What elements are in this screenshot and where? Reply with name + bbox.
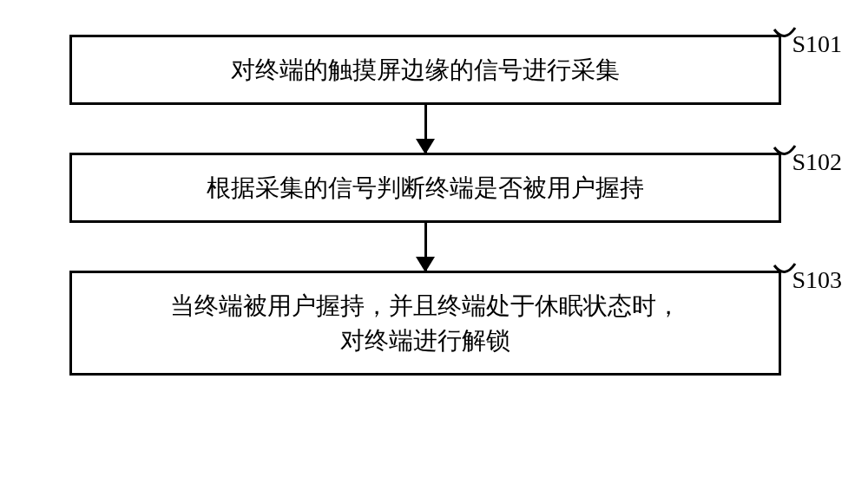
step-3-tag: S103: [792, 266, 842, 294]
step-3-line2: 对终端进行解锁: [340, 327, 510, 354]
step-3-box: 当终端被用户握持，并且终端处于休眠状态时， 对终端进行解锁: [69, 271, 781, 375]
arrow-1: [424, 105, 427, 153]
arrow-2: [424, 223, 427, 271]
step-2-wrap: 根据采集的信号判断终端是否被用户握持 S102: [69, 153, 781, 223]
step-1-wrap: 对终端的触摸屏边缘的信号进行采集 S101: [69, 35, 781, 105]
step-2-tag: S102: [792, 148, 842, 176]
step-2-box: 根据采集的信号判断终端是否被用户握持: [69, 153, 781, 223]
step-2-text: 根据采集的信号判断终端是否被用户握持: [207, 174, 644, 201]
step-3-line1: 当终端被用户握持，并且终端处于休眠状态时，: [170, 292, 681, 319]
step-1-tag: S101: [792, 30, 842, 58]
step-1-box: 对终端的触摸屏边缘的信号进行采集: [69, 35, 781, 105]
step-1-text: 对终端的触摸屏边缘的信号进行采集: [231, 56, 620, 83]
flowchart: 对终端的触摸屏边缘的信号进行采集 S101 根据采集的信号判断终端是否被用户握持…: [69, 35, 781, 376]
step-3-wrap: 当终端被用户握持，并且终端处于休眠状态时， 对终端进行解锁 S103: [69, 271, 781, 375]
